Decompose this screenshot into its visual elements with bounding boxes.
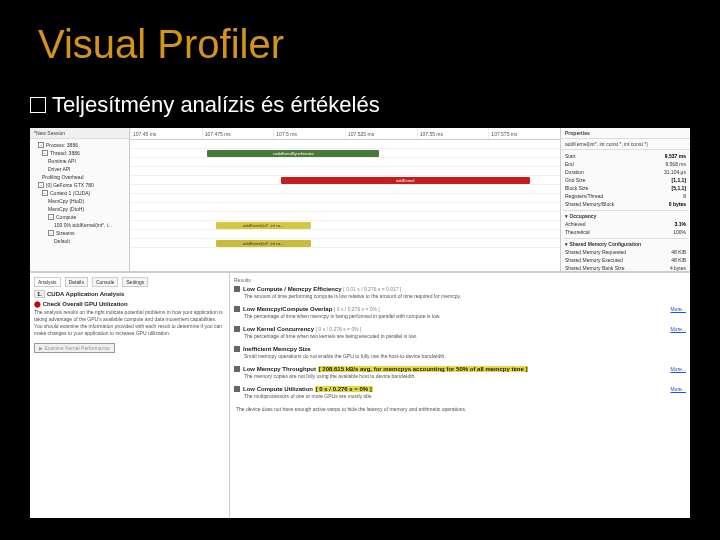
result-item: Low Compute / Memcpy Efficiency [ 0.01 s…: [234, 286, 686, 300]
process-tree[interactable]: −Process: 3886 −Thread: 3886 Runtime API…: [30, 139, 129, 247]
collapse-icon[interactable]: −: [42, 150, 48, 156]
tree-driver-api[interactable]: Driver API: [32, 165, 127, 173]
result-desc: Small memcpy operations do not enable th…: [244, 353, 686, 360]
result-icon: [234, 346, 240, 352]
result-metric-highlight: [ 0 s / 0.276 s = 0% ]: [315, 386, 373, 392]
result-desc: The percentage of time when memcpy is be…: [244, 313, 686, 320]
slide-title: Visual Profiler: [38, 22, 284, 67]
more-link[interactable]: More...: [670, 386, 686, 392]
result-title-text: Low Kernel Concurrency: [243, 326, 314, 332]
tree-streams[interactable]: −Streams: [32, 229, 127, 237]
result-desc: The memory copies are not fully using th…: [244, 373, 686, 380]
tab-details[interactable]: Details: [65, 277, 88, 287]
collapse-icon[interactable]: −: [42, 190, 48, 196]
time-tick: 107.575 ms: [488, 128, 560, 139]
result-desc: The amount of time performing compute is…: [244, 293, 686, 300]
result-title-text: Low Compute / Memcpy Efficiency: [243, 286, 342, 292]
properties-panel: Properties addKernel(int*, int const *, …: [560, 128, 690, 271]
result-desc: The percentage of time when two kernels …: [244, 333, 686, 340]
analysis-step2-title: ⬤ Check Overall GPU Utilization: [34, 300, 225, 307]
result-desc: The device does not have enough active w…: [236, 406, 686, 413]
collapse-icon[interactable]: −: [38, 182, 44, 188]
prop-row: Block Size[5,1,1]: [563, 184, 688, 192]
prop-row: Registers/Thread8: [563, 192, 688, 200]
result-icon: [234, 286, 240, 292]
tree-memcpy-dtoh[interactable]: MemCpy (DtoH): [32, 205, 127, 213]
result-metric: [ 0.01 s / 0.276 s = 0.017 ]: [343, 286, 401, 292]
timeline-area[interactable]: 107.45 ms 107.475 ms 107.5 ms 107.525 ms…: [130, 128, 560, 271]
result-item: More... Low Compute Utilization [ 0 s / …: [234, 386, 686, 400]
collapse-icon[interactable]: −: [38, 142, 44, 148]
time-tick: 107.55 ms: [417, 128, 489, 139]
result-metric-highlight: [ 208.615 kB/s avg, for memcpys accounti…: [318, 366, 529, 372]
analysis-results-panel: Results Low Compute / Memcpy Efficiency …: [230, 273, 690, 518]
timeline-tree-panel: *New Session −Process: 3886 −Thread: 388…: [30, 128, 130, 271]
tree-profiling-overhead[interactable]: Profiling Overhead: [32, 173, 127, 181]
timeline-rows: cudaEventSynchronize addKernel addKernel…: [130, 140, 560, 260]
examine-kernel-button[interactable]: ▶ Examine Kernel Performance: [34, 343, 115, 353]
more-link[interactable]: More...: [670, 306, 686, 312]
prop-row: Start9.537 ms: [563, 152, 688, 160]
result-item: The device does not have enough active w…: [234, 406, 686, 413]
prop-row: Shared Memory Executed48 KiB: [563, 256, 688, 264]
time-tick: 107.525 ms: [345, 128, 417, 139]
analysis-step1-title: 1.CUDA Application Analysis: [34, 291, 225, 297]
result-metric: [ 0 s / 0.276 s = 0% ]: [334, 306, 380, 312]
properties-header: Properties: [561, 128, 690, 139]
collapse-icon[interactable]: −: [48, 214, 54, 220]
tree-kernel[interactable]: 100.0% addKernel(int*, i...: [32, 221, 127, 229]
bottom-pane: Analysis Details Console Settings 1.CUDA…: [30, 273, 690, 518]
prop-section[interactable]: ▾ Shared Memory Configuration: [563, 238, 688, 248]
result-icon: [234, 386, 240, 392]
prop-row: Duration31.104 μs: [563, 168, 688, 176]
stream-bar[interactable]: addKernel(int*, int co...: [216, 240, 311, 247]
tab-settings[interactable]: Settings: [122, 277, 148, 287]
kernel-bar[interactable]: addKernel(int*, int co...: [216, 222, 311, 229]
result-item: More... Low Kernel Concurrency [ 0 s / 0…: [234, 326, 686, 340]
prop-row: End9.568 ms: [563, 160, 688, 168]
result-icon: [234, 326, 240, 332]
analysis-left-panel: Analysis Details Console Settings 1.CUDA…: [30, 273, 230, 518]
collapse-icon[interactable]: −: [48, 230, 54, 236]
subtitle-text: Teljesítmény analízis és értékelés: [52, 92, 380, 117]
result-desc: The multiprocessors of one or more GPUs …: [244, 393, 686, 400]
prop-row: Shared Memory Requested48 KiB: [563, 248, 688, 256]
prop-row: Shared Memory Bank Size4 bytes: [563, 264, 688, 272]
slide-subtitle: Teljesítmény analízis és értékelés: [30, 92, 380, 118]
session-tab[interactable]: *New Session: [30, 128, 129, 139]
tab-console[interactable]: Console: [92, 277, 118, 287]
result-icon: [234, 366, 240, 372]
result-item: More... Low Memcpy/Compute Overlap [ 0 s…: [234, 306, 686, 320]
result-item: More... Low Memcpy Throughput [ 208.615 …: [234, 366, 686, 380]
tree-compute[interactable]: −Compute: [32, 213, 127, 221]
prop-row: Achieved3.1%: [563, 220, 688, 228]
more-link[interactable]: More...: [670, 366, 686, 372]
results-header: Results: [234, 277, 686, 283]
prop-section[interactable]: ▾ Occupancy: [563, 210, 688, 220]
runtime-bar[interactable]: cudaEventSynchronize: [207, 150, 379, 157]
tree-context[interactable]: −Context 1 (CUDA): [32, 189, 127, 197]
bottom-tabs: Analysis Details Console Settings: [34, 277, 225, 287]
tree-default-stream[interactable]: Default: [32, 237, 127, 245]
tree-runtime-api[interactable]: Runtime API: [32, 157, 127, 165]
step-number: 1.: [34, 290, 45, 298]
top-pane: *New Session −Process: 3886 −Thread: 388…: [30, 128, 690, 273]
tree-memcpy-htod[interactable]: MemCpy (HtoD): [32, 197, 127, 205]
tree-thread[interactable]: −Thread: 3886: [32, 149, 127, 157]
time-ruler: 107.45 ms 107.475 ms 107.5 ms 107.525 ms…: [130, 128, 560, 140]
result-title-text: Low Memcpy/Compute Overlap: [243, 306, 332, 312]
result-metric: [ 0 s / 0.276 s = 0% ]: [316, 326, 362, 332]
profiler-window: *New Session −Process: 3886 −Thread: 388…: [30, 128, 690, 518]
compute-bar[interactable]: addKernel: [281, 177, 530, 184]
properties-subheader: addKernel(int*, int const *, int const *…: [561, 139, 690, 150]
tab-analysis[interactable]: Analysis: [34, 277, 61, 287]
more-link[interactable]: More...: [670, 326, 686, 332]
bullet-box-icon: [30, 97, 46, 113]
tree-gpu[interactable]: −[0] GeForce GTX 780: [32, 181, 127, 189]
prop-row: Theoretical100%: [563, 228, 688, 236]
result-item: Inefficient Memcpy Size Small memcpy ope…: [234, 346, 686, 360]
tree-process[interactable]: −Process: 3886: [32, 141, 127, 149]
prop-row: Grid Size[1,1,1]: [563, 176, 688, 184]
result-icon: [234, 306, 240, 312]
time-tick: 107.45 ms: [130, 128, 202, 139]
